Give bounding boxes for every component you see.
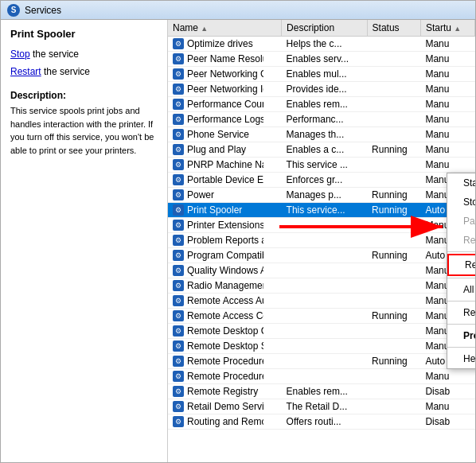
right-panel: Name ▲ Description Status Startu ▲ Optim…	[168, 20, 475, 462]
table-row[interactable]: Remote Procedure C...RunningAuto	[168, 354, 475, 369]
cell-service-name: Routing and Remote Access	[168, 414, 263, 429]
table-row[interactable]: Quality Windows Au...Manu	[168, 263, 475, 278]
cell-service-name: Remote Procedure C...	[168, 369, 263, 383]
table-row[interactable]: Performance Counter DLL ...Enables rem..…	[168, 97, 475, 112]
service-name-text: Peer Networking Identity M...	[187, 84, 263, 95]
cell-service-name: Peer Name Resolution Prot...	[168, 52, 263, 66]
context-menu-item[interactable]: Resume	[447, 231, 475, 250]
cell-description	[282, 309, 368, 324]
cell-service-name: Peer Networking Identity M...	[168, 82, 263, 96]
service-icon	[173, 129, 184, 140]
table-row[interactable]: Peer Name Resolution Prot...Enables serv…	[168, 52, 475, 67]
context-menu-item[interactable]: Refresh	[447, 303, 475, 322]
table-row[interactable]: Printer Extensions a...Manu	[168, 218, 475, 233]
table-row[interactable]: Remote Access Con...RunningManu	[168, 309, 475, 324]
cell-service-name: Remote Desktop Se...	[168, 339, 263, 353]
context-menu-item[interactable]: Properties	[447, 326, 475, 345]
cell-status	[367, 52, 420, 67]
context-menu-item[interactable]: Help	[447, 349, 475, 368]
table-row[interactable]: Remote RegistryEnables rem...Disab	[168, 384, 475, 399]
cell-status	[367, 233, 420, 248]
stop-link[interactable]: Stop	[10, 49, 30, 60]
table-row[interactable]: Retail Demo ServiceThe Retail D...Manu	[168, 399, 475, 414]
table-container[interactable]: Name ▲ Description Status Startu ▲ Optim…	[168, 20, 475, 462]
cell-description: Manages th...	[282, 127, 368, 142]
table-row[interactable]: PNRP Machine Name Publi...This service .…	[168, 158, 475, 173]
service-name-text: Retail Demo Service	[187, 401, 263, 412]
service-name-text: Problem Reports an...	[187, 235, 263, 246]
service-name-text: Peer Name Resolution Prot...	[187, 53, 263, 64]
cell-description: Helps the c...	[282, 37, 368, 52]
cell-description: Enables a c...	[282, 142, 368, 158]
service-name-text: Portable Device Enumerator...	[187, 174, 263, 185]
service-icon	[173, 371, 184, 382]
table-row[interactable]: Routing and Remote AccessOffers routi...…	[168, 414, 475, 430]
table-row[interactable]: Remote Access Aut...Manu	[168, 294, 475, 309]
context-menu: StartStopPauseResumeRestartAll Tasks▶Ref…	[447, 173, 475, 369]
context-menu-item[interactable]: Pause	[447, 212, 475, 231]
service-icon	[173, 401, 184, 412]
context-menu-item[interactable]: All Tasks▶	[447, 280, 475, 299]
service-icon	[173, 295, 184, 306]
table-row[interactable]: Plug and PlayEnables a c...RunningManu	[168, 142, 475, 158]
col-name[interactable]: Name ▲	[168, 20, 282, 37]
table-row[interactable]: Portable Device Enumerator...Enforces gr…	[168, 173, 475, 188]
cell-status	[367, 97, 420, 112]
cell-description: Manages p...	[282, 188, 368, 203]
cell-service-name: Portable Device Enumerator...	[168, 173, 263, 187]
service-name-text: Remote Registry	[187, 386, 258, 397]
table-row[interactable]: Print SpoolerThis service...RunningAuto	[168, 203, 475, 218]
table-row[interactable]: Remote Desktop Se...Manu	[168, 339, 475, 354]
cell-status	[367, 112, 420, 127]
cell-service-name: Remote Procedure C...	[168, 354, 263, 368]
sort-arrow-startup: ▲	[454, 25, 461, 33]
service-icon	[173, 386, 184, 397]
table-row[interactable]: Peer Networking GroupingEnables mul...Ma…	[168, 67, 475, 82]
restart-link[interactable]: Restart	[10, 66, 41, 77]
cell-description: Enables rem...	[282, 384, 368, 399]
table-row[interactable]: Problem Reports an...Manu	[168, 233, 475, 248]
cell-status: Running	[367, 309, 420, 324]
cell-service-name: Problem Reports an...	[168, 233, 263, 247]
service-icon	[173, 38, 184, 49]
service-name-text: Print Spooler	[187, 204, 242, 216]
cell-description	[282, 369, 368, 384]
restart-action-line: Restart the service	[10, 64, 158, 81]
cell-status	[367, 82, 420, 97]
table-row[interactable]: Performance Logs & AlertsPerformanc...Ma…	[168, 112, 475, 127]
context-menu-separator	[447, 301, 475, 302]
table-row[interactable]: PowerManages p...RunningManu	[168, 188, 475, 203]
cell-service-name: Performance Logs & Alerts	[168, 112, 263, 126]
cell-status: Running	[367, 248, 420, 263]
service-name-text: Quality Windows Au...	[187, 265, 263, 276]
col-description[interactable]: Description	[282, 20, 368, 37]
context-menu-item[interactable]: Restart	[447, 254, 475, 276]
table-row[interactable]: Program Compatibili...RunningAuto	[168, 248, 475, 263]
title-bar-text: Services	[25, 5, 61, 16]
table-row[interactable]: Optimize drivesHelps the c...Manu	[168, 37, 475, 52]
service-icon	[173, 356, 184, 367]
table-row[interactable]: Radio ManagementManu	[168, 278, 475, 294]
cell-startup: Manu	[420, 52, 474, 67]
cell-description: This service...	[282, 203, 368, 218]
col-startup[interactable]: Startu ▲	[420, 20, 474, 37]
context-menu-item[interactable]: Start	[447, 173, 475, 193]
table-row[interactable]: Remote Procedure C...Manu	[168, 369, 475, 384]
table-row[interactable]: Remote Desktop Co...Manu	[168, 324, 475, 339]
col-status[interactable]: Status	[367, 20, 420, 37]
service-name-text: Power	[187, 189, 214, 200]
service-icon	[173, 53, 184, 64]
cell-status	[367, 399, 420, 414]
table-row[interactable]: Peer Networking Identity M...Provides id…	[168, 82, 475, 97]
cell-service-name: Remote Registry	[168, 384, 263, 399]
service-name-text: Remote Access Con...	[187, 310, 263, 321]
cell-description	[282, 263, 368, 278]
cell-startup: Manu	[420, 158, 474, 173]
service-icon	[173, 189, 184, 200]
table-row[interactable]: Phone ServiceManages th...Manu	[168, 127, 475, 142]
cell-description: Enables rem...	[282, 97, 368, 112]
cell-status	[367, 67, 420, 82]
context-menu-item[interactable]: Stop	[447, 193, 475, 212]
context-menu-separator	[447, 324, 475, 325]
cell-startup: Manu	[420, 67, 474, 82]
